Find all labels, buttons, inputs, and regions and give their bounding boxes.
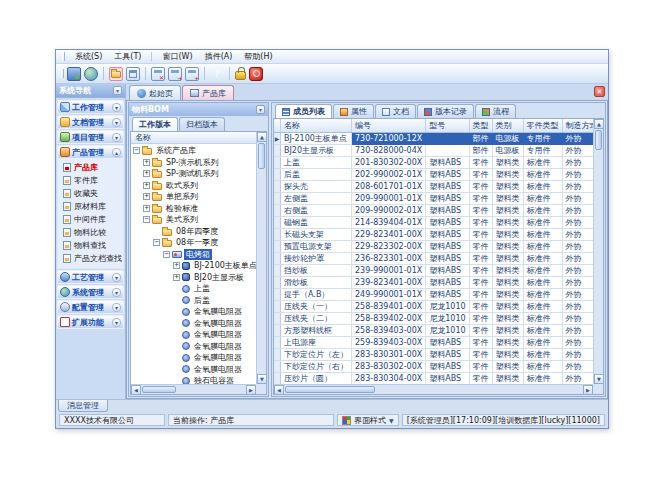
- tree-node-label[interactable]: 电烤箱: [184, 249, 212, 260]
- close-tab-icon[interactable]: ✕: [594, 86, 605, 97]
- chevron-down-icon[interactable]: ▾: [112, 133, 121, 142]
- table-row[interactable]: 右侧盖209-990002-01X塑料ABS零件塑料类标准件外协条: [274, 204, 604, 216]
- tree-vscroll-thumb[interactable]: [258, 143, 265, 169]
- tree-toggle-icon[interactable]: −: [153, 239, 160, 246]
- detail-tab-3[interactable]: 版本记录: [417, 104, 474, 118]
- sidebar-item-5[interactable]: 物料比较: [58, 226, 123, 239]
- detail-tab-0[interactable]: 成员列表: [275, 104, 332, 118]
- column-header-3[interactable]: 类型: [469, 119, 492, 132]
- sidebar-group-3[interactable]: 产品管理▴: [57, 145, 124, 159]
- sidebar-item-3[interactable]: 原材料库: [58, 200, 123, 213]
- chevron-down-icon[interactable]: ▾: [112, 318, 121, 327]
- exit-icon[interactable]: [249, 67, 263, 81]
- tree-node-label[interactable]: 金氧膜电阻器: [192, 306, 244, 317]
- detail-tab-2[interactable]: 文档: [375, 104, 416, 118]
- menu-item-5[interactable]: 帮助(H): [242, 51, 274, 62]
- tree-node-label[interactable]: 后盖: [192, 295, 212, 306]
- tree-node-label[interactable]: 金氧膜电阻器: [192, 352, 244, 363]
- table-row[interactable]: 探头壳208-601701-01X塑料ABS零件塑料类标准件外协条: [274, 180, 604, 192]
- views-icon[interactable]: [67, 67, 81, 81]
- detail-tab-1[interactable]: 属性: [333, 104, 374, 118]
- table-row[interactable]: 下纱定位片（左）283-830301-00X塑料ABS零件塑料类标准件外协条: [274, 348, 604, 360]
- tree-toggle-icon[interactable]: −: [163, 251, 170, 258]
- globe-icon[interactable]: [84, 67, 98, 81]
- tree-node-label[interactable]: 欧式系列: [164, 180, 200, 191]
- table-row[interactable]: 挡纱板239-990001-01X塑料ABS零件塑料类标准件外协条: [274, 264, 604, 276]
- tree-node-label[interactable]: 金氧膜电阻器: [192, 329, 244, 340]
- tree-node-7[interactable]: 08年四季度: [133, 226, 256, 238]
- sidebar-group-2[interactable]: 项目管理▾: [57, 130, 124, 144]
- column-header-2[interactable]: 型号: [426, 119, 469, 132]
- chevron-down-icon[interactable]: ▾: [112, 288, 121, 297]
- scroll-right-icon[interactable]: ▶: [246, 385, 256, 395]
- table-row[interactable]: 压线夹（二）258-839402-00X尼龙1010零件塑料类标准件外协条: [274, 312, 604, 324]
- menu-grip[interactable]: [62, 52, 65, 61]
- tree-node-0[interactable]: −系统产品库: [133, 145, 256, 157]
- tree-node-label[interactable]: SP-测试机系列: [164, 168, 221, 179]
- tree-node-label[interactable]: 金氧膜电阻器: [192, 318, 244, 329]
- sidebar-item-6[interactable]: 物料查找: [58, 239, 123, 252]
- tree-node-19[interactable]: 金氧膜电阻器: [133, 364, 256, 376]
- tree-toggle-icon[interactable]: −: [143, 216, 150, 223]
- chevron-down-icon[interactable]: ▾: [112, 303, 121, 312]
- table-row[interactable]: 压纱片（圆）283-830304-00X塑料ABS零件塑料类标准件外协条: [274, 372, 604, 384]
- tree-node-15[interactable]: 金氧膜电阻器: [133, 318, 256, 330]
- sidebar-item-4[interactable]: 中间件库: [58, 213, 123, 226]
- scroll-left-icon[interactable]: ◀: [274, 385, 284, 395]
- sidebar-group-6[interactable]: 配置管理▾: [57, 300, 124, 314]
- detail-tab-4[interactable]: 流程: [475, 104, 516, 118]
- scroll-up-icon[interactable]: ▲: [257, 132, 267, 142]
- tree-node-1[interactable]: +SP-演示机系列: [133, 157, 256, 169]
- tree-toggle-icon[interactable]: +: [143, 205, 150, 212]
- tree-node-18[interactable]: 金氧膜电阻器: [133, 352, 256, 364]
- menu-item-1[interactable]: 工具(T): [112, 51, 143, 62]
- table-row[interactable]: 上盖201-830302-00X塑料ABS零件塑料类标准件外协条: [274, 156, 604, 168]
- chevron-down-icon[interactable]: ▾: [112, 103, 121, 112]
- sidebar-group-0[interactable]: 工作管理▾: [57, 100, 124, 114]
- tree-toggle-icon[interactable]: +: [143, 193, 150, 200]
- tree-node-label[interactable]: 美式系列: [164, 214, 200, 225]
- toolbar-grip[interactable]: [61, 69, 64, 78]
- export-window-icon[interactable]: [168, 67, 182, 81]
- sidebar-group-4[interactable]: 工艺管理▾: [57, 270, 124, 284]
- tree-toggle-icon[interactable]: +: [173, 262, 180, 269]
- ui-style-button[interactable]: 界面样式 ▼: [337, 414, 399, 426]
- tree-node-label[interactable]: 08年四季度: [174, 226, 220, 237]
- table-row[interactable]: ▶BJ-2100主板单点730-721000-12X部件电源板专用件外协颗: [274, 132, 604, 144]
- table-row[interactable]: 方形塑料线框258-839403-00X尼龙1010零件塑料类标准件外协条: [274, 324, 604, 336]
- scroll-right-icon[interactable]: ▶: [583, 385, 593, 395]
- bom-panel-menu-icon[interactable]: ▾: [256, 105, 265, 114]
- tree-node-9[interactable]: −电烤箱: [133, 249, 256, 261]
- menu-item-3[interactable]: 窗口(W): [160, 51, 194, 62]
- table-row[interactable]: 压线夹（一）258-839401-00X尼龙1010零件塑料类标准件外协条: [274, 300, 604, 312]
- menu-item-4[interactable]: 插件(A): [203, 51, 235, 62]
- column-header-4[interactable]: 类别: [492, 119, 523, 132]
- tree-node-label[interactable]: 上盖: [192, 283, 212, 294]
- tree-node-12[interactable]: 上盖: [133, 283, 256, 295]
- tree-toggle-icon[interactable]: +: [143, 170, 150, 177]
- table-row[interactable]: 接纱轮护罩236-823301-00X塑料ABS零件塑料类标准件外协条: [274, 252, 604, 264]
- tree-node-16[interactable]: 金氧膜电阻器: [133, 329, 256, 341]
- tree-node-label[interactable]: BJ-2100主板单点: [192, 260, 259, 271]
- tree-hscroll-thumb[interactable]: [142, 386, 176, 393]
- table-row[interactable]: BJ20主显示板730-828000-04X部件电源板专用件外协颗: [274, 144, 604, 156]
- sidebar-group-7[interactable]: 扩展功能▾: [57, 315, 124, 329]
- product-library-icon[interactable]: [109, 67, 123, 81]
- tree-node-label[interactable]: 金氧膜电阻器: [192, 341, 244, 352]
- tree-node-label[interactable]: 检验标准: [164, 203, 200, 214]
- tree-node-6[interactable]: −美式系列: [133, 214, 256, 226]
- tree-node-14[interactable]: 金氧膜电阻器: [133, 306, 256, 318]
- table-row[interactable]: 磁钢盖214-839404-01X塑料ABS零件塑料类标准件外协条: [274, 216, 604, 228]
- sidebar-pin-icon[interactable]: ▾: [113, 86, 122, 95]
- table-row[interactable]: 左侧盖209-990001-01X塑料ABS零件塑料类标准件外协条: [274, 192, 604, 204]
- help-icon[interactable]: ?: [210, 67, 224, 81]
- table-row[interactable]: 后盖202-990002-01X塑料ABS零件塑料类标准件外协条: [274, 168, 604, 180]
- sidebar-group-5[interactable]: 系统管理▾: [57, 285, 124, 299]
- sidebar-item-1[interactable]: 零件库: [58, 174, 123, 187]
- tree-node-17[interactable]: 金氧膜电阻器: [133, 341, 256, 353]
- tree-node-8[interactable]: −08年一季度: [133, 237, 256, 249]
- table-horizontal-scrollbar[interactable]: ◀ ▶: [274, 384, 593, 394]
- tree-node-5[interactable]: +检验标准: [133, 203, 256, 215]
- tree-toggle-icon[interactable]: +: [173, 274, 180, 281]
- tree-node-label[interactable]: 系统产品库: [154, 145, 198, 156]
